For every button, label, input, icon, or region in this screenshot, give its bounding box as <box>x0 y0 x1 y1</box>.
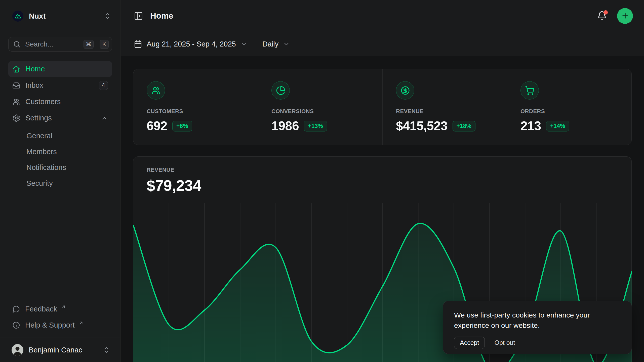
sidebar-item-label: Settings <box>25 114 52 122</box>
sidebar-item-customers[interactable]: Customers <box>8 94 112 110</box>
sidebar-item-inbox[interactable]: Inbox4 <box>8 77 112 93</box>
cookie-accept-button[interactable]: Accept <box>454 337 485 349</box>
inbox-icon <box>12 81 20 89</box>
cookie-banner: We use first-party cookies to enhance yo… <box>443 301 632 354</box>
dollar-icon <box>396 81 414 100</box>
stat-card-revenue: REVENUE$415,523+18% <box>382 69 507 145</box>
stat-label: ORDERS <box>520 108 631 115</box>
sidebar-item-label: Customers <box>25 98 61 106</box>
stat-card-customers: CUSTOMERS692+6% <box>133 69 258 145</box>
stat-delta-badge: +14% <box>546 121 569 131</box>
stat-label: REVENUE <box>396 108 507 115</box>
add-button[interactable] <box>617 8 633 24</box>
kbd-k: K <box>100 40 109 49</box>
search-placeholder: Search... <box>25 40 77 48</box>
sidebar-item-label: Home <box>25 65 45 73</box>
inbox-count-badge: 4 <box>99 81 108 90</box>
sidebar-subitem-security[interactable]: Security <box>26 175 112 191</box>
date-range-picker[interactable]: Aug 21, 2025 - Sep 4, 2025 <box>134 40 247 48</box>
sidebar-subitem-members[interactable]: Members <box>26 144 112 160</box>
chevron-down-icon <box>240 41 247 48</box>
stat-delta-badge: +6% <box>172 121 192 131</box>
user-menu[interactable]: Benjamin Canac <box>0 338 120 362</box>
home-icon <box>12 65 20 73</box>
chevron-up-down-icon <box>103 346 110 354</box>
sidebar-link-feedback[interactable]: Feedback <box>8 301 112 317</box>
chevron-down-icon <box>283 41 290 48</box>
stat-delta-badge: +18% <box>453 121 475 131</box>
avatar <box>12 344 23 356</box>
calendar-icon <box>134 40 142 48</box>
sidebar-item-settings[interactable]: Settings <box>8 110 112 126</box>
cookie-optout-button[interactable]: Opt out <box>494 339 515 346</box>
sidebar-subitem-notifications[interactable]: Notifications <box>26 160 112 175</box>
kbd-cmd: ⌘ <box>84 40 94 49</box>
external-link-icon <box>61 304 66 309</box>
chevron-up-icon <box>101 115 108 122</box>
search-input[interactable]: Search... ⌘ K <box>8 37 112 52</box>
page-header: Home <box>121 0 644 32</box>
search-icon <box>13 40 21 48</box>
sidebar-link-label: Help & Support <box>25 321 75 329</box>
pie-icon <box>271 81 290 100</box>
users-icon <box>147 81 165 100</box>
sidebar: Nuxt Search... ⌘ K HomeInbox4CustomersSe… <box>0 0 120 362</box>
users-icon <box>12 98 20 106</box>
brand-name: Nuxt <box>29 12 46 20</box>
stat-card-conversions: CONVERSIONS1986+13% <box>258 69 382 145</box>
sidebar-footer-links: FeedbackHelp & Support <box>0 301 120 338</box>
collapse-sidebar-icon[interactable] <box>134 11 143 21</box>
stat-delta-badge: +13% <box>304 121 327 131</box>
plus-icon <box>621 12 629 20</box>
cart-icon <box>520 81 539 100</box>
info-icon <box>12 321 20 329</box>
granularity-value: Daily <box>262 40 278 48</box>
page-title: Home <box>150 11 173 21</box>
sidebar-subitem-general[interactable]: General <box>26 128 112 144</box>
sidebar-item-label: Inbox <box>25 81 43 89</box>
revenue-chart-label: REVENUE <box>147 167 631 173</box>
sidebar-link-help-support[interactable]: Help & Support <box>8 317 112 333</box>
sidebar-item-home[interactable]: Home <box>8 61 112 77</box>
notifications-button[interactable] <box>597 11 607 21</box>
stat-value: 213 <box>520 119 541 133</box>
filters-bar: Aug 21, 2025 - Sep 4, 2025 Daily <box>121 32 644 56</box>
nuxt-logo-icon <box>12 11 23 22</box>
cookie-message: We use first-party cookies to enhance yo… <box>454 310 621 331</box>
stat-value: $415,523 <box>396 119 448 133</box>
stat-value: 692 <box>147 119 167 133</box>
stat-card-orders: ORDERS213+14% <box>507 69 631 145</box>
external-link-icon <box>79 321 84 325</box>
notification-dot <box>603 10 608 15</box>
stat-label: CUSTOMERS <box>147 108 258 115</box>
sidebar-nav: HomeInbox4CustomersSettingsGeneralMember… <box>0 55 120 301</box>
gear-icon <box>12 114 20 122</box>
team-switcher[interactable]: Nuxt <box>0 0 120 32</box>
user-name: Benjamin Canac <box>29 346 82 354</box>
chevron-up-down-icon <box>104 12 111 20</box>
settings-sub-list: GeneralMembersNotificationsSecurity <box>18 128 112 191</box>
granularity-select[interactable]: Daily <box>262 40 290 48</box>
stat-label: CONVERSIONS <box>271 108 382 115</box>
revenue-chart-value: $79,234 <box>147 177 631 194</box>
date-range-value: Aug 21, 2025 - Sep 4, 2025 <box>147 40 236 48</box>
sidebar-link-label: Feedback <box>25 305 57 313</box>
stat-value: 1986 <box>271 119 299 133</box>
chat-icon <box>12 305 20 313</box>
stats-panel: CUSTOMERS692+6%CONVERSIONS1986+13%REVENU… <box>133 69 632 145</box>
